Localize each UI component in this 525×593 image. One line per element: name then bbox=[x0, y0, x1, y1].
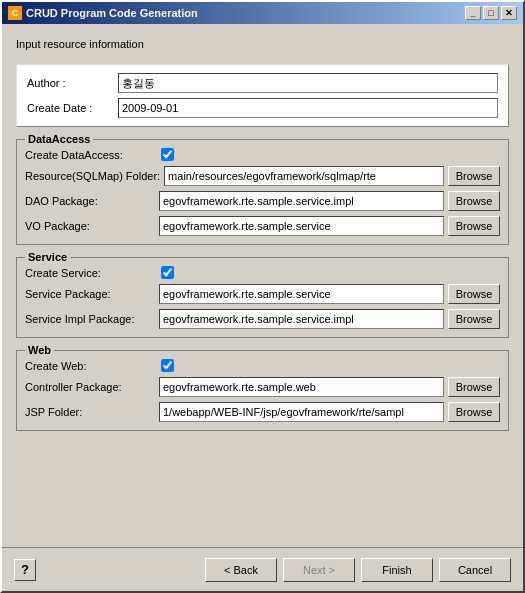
dao-package-input[interactable] bbox=[159, 191, 444, 211]
service-section: Service Create Service: Service Package:… bbox=[16, 257, 509, 338]
vo-package-row: VO Package: Browse bbox=[25, 216, 500, 236]
service-section-label: Service bbox=[25, 251, 70, 263]
author-label: Author : bbox=[27, 77, 112, 89]
author-input[interactable] bbox=[118, 73, 498, 93]
help-button[interactable]: ? bbox=[14, 559, 36, 581]
vo-package-browse-button[interactable]: Browse bbox=[448, 216, 500, 236]
service-package-row: Service Package: Browse bbox=[25, 284, 500, 304]
create-dataaccess-row: Create DataAccess: bbox=[25, 148, 500, 161]
dataaccess-section: DataAccess Create DataAccess: Resource(S… bbox=[16, 139, 509, 245]
vo-package-label: VO Package: bbox=[25, 220, 155, 232]
basic-info-form: Author : Create Date : bbox=[16, 64, 509, 127]
create-date-row: Create Date : bbox=[27, 98, 498, 118]
navigation-buttons: < Back Next > Finish Cancel bbox=[205, 558, 511, 582]
jsp-folder-label: JSP Folder: bbox=[25, 406, 155, 418]
cancel-button[interactable]: Cancel bbox=[439, 558, 511, 582]
controller-package-input[interactable] bbox=[159, 377, 444, 397]
dao-package-label: DAO Package: bbox=[25, 195, 155, 207]
create-service-checkbox[interactable] bbox=[161, 266, 174, 279]
title-bar: C CRUD Program Code Generation _ □ ✕ bbox=[2, 2, 523, 24]
create-service-row: Create Service: bbox=[25, 266, 500, 279]
maximize-button[interactable]: □ bbox=[483, 6, 499, 20]
jsp-folder-row: JSP Folder: Browse bbox=[25, 402, 500, 422]
jsp-folder-browse-button[interactable]: Browse bbox=[448, 402, 500, 422]
create-date-label: Create Date : bbox=[27, 102, 112, 114]
sqlmap-folder-browse-button[interactable]: Browse bbox=[448, 166, 500, 186]
create-web-label: Create Web: bbox=[25, 360, 155, 372]
window-title: CRUD Program Code Generation bbox=[26, 7, 198, 19]
author-row: Author : bbox=[27, 73, 498, 93]
finish-button[interactable]: Finish bbox=[361, 558, 433, 582]
service-impl-package-label: Service Impl Package: bbox=[25, 313, 155, 325]
create-dataaccess-checkbox[interactable] bbox=[161, 148, 174, 161]
web-section: Web Create Web: Controller Package: Brow… bbox=[16, 350, 509, 431]
create-dataaccess-label: Create DataAccess: bbox=[25, 149, 155, 161]
service-package-browse-button[interactable]: Browse bbox=[448, 284, 500, 304]
service-impl-package-row: Service Impl Package: Browse bbox=[25, 309, 500, 329]
dao-package-browse-button[interactable]: Browse bbox=[448, 191, 500, 211]
close-button[interactable]: ✕ bbox=[501, 6, 517, 20]
controller-package-row: Controller Package: Browse bbox=[25, 377, 500, 397]
controller-package-browse-button[interactable]: Browse bbox=[448, 377, 500, 397]
dao-package-row: DAO Package: Browse bbox=[25, 191, 500, 211]
next-button[interactable]: Next > bbox=[283, 558, 355, 582]
window-icon: C bbox=[8, 6, 22, 20]
service-package-input[interactable] bbox=[159, 284, 444, 304]
service-impl-package-input[interactable] bbox=[159, 309, 444, 329]
sqlmap-folder-label: Resource(SQLMap) Folder: bbox=[25, 170, 160, 182]
service-impl-package-browse-button[interactable]: Browse bbox=[448, 309, 500, 329]
service-package-label: Service Package: bbox=[25, 288, 155, 300]
content-area: Input resource information Author : Crea… bbox=[2, 24, 523, 547]
bottom-bar: ? < Back Next > Finish Cancel bbox=[2, 547, 523, 591]
create-web-row: Create Web: bbox=[25, 359, 500, 372]
create-service-label: Create Service: bbox=[25, 267, 155, 279]
dataaccess-section-label: DataAccess bbox=[25, 133, 93, 145]
controller-package-label: Controller Package: bbox=[25, 381, 155, 393]
main-window: C CRUD Program Code Generation _ □ ✕ Inp… bbox=[0, 0, 525, 593]
back-button[interactable]: < Back bbox=[205, 558, 277, 582]
jsp-folder-input[interactable] bbox=[159, 402, 444, 422]
create-web-checkbox[interactable] bbox=[161, 359, 174, 372]
subtitle: Input resource information bbox=[16, 34, 509, 56]
sqlmap-folder-input[interactable] bbox=[164, 166, 444, 186]
create-date-input[interactable] bbox=[118, 98, 498, 118]
minimize-button[interactable]: _ bbox=[465, 6, 481, 20]
vo-package-input[interactable] bbox=[159, 216, 444, 236]
web-section-label: Web bbox=[25, 344, 54, 356]
sqlmap-folder-row: Resource(SQLMap) Folder: Browse bbox=[25, 166, 500, 186]
